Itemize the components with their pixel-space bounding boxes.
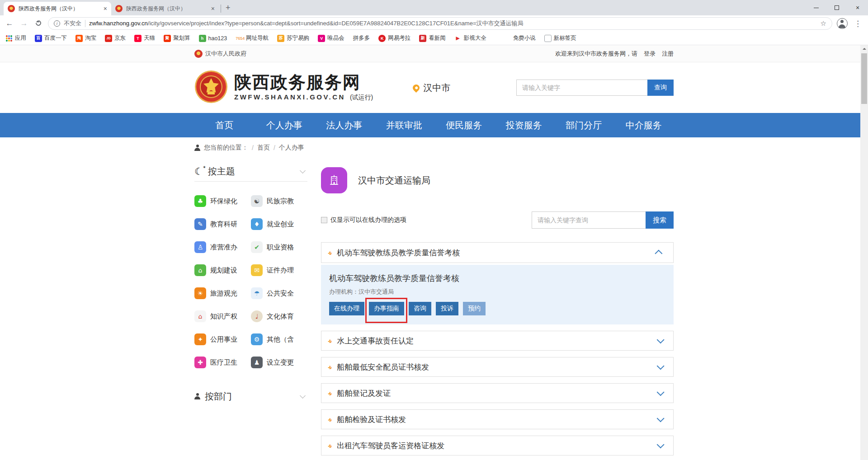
jd-icon: JD	[105, 35, 112, 42]
login-link[interactable]: 登录	[644, 50, 656, 58]
city-selector[interactable]: 汉中市	[413, 82, 450, 94]
profile-avatar-icon[interactable]	[837, 18, 848, 29]
accordion-item[interactable]: » 船舶最低安全配员证书核发	[321, 357, 674, 377]
bookmark-item[interactable]: 免费小说	[513, 34, 536, 42]
consult-button[interactable]: 咨询	[409, 302, 431, 315]
online-handle-button[interactable]: 在线办理	[329, 302, 364, 315]
sidebar-item-establishment[interactable]: ♟设立变更	[251, 357, 307, 368]
site-domain: ZWFW.SHAANXI.GOV.CN	[234, 93, 345, 101]
bookmark-item[interactable]: h hao123	[199, 35, 227, 42]
new-tab-button[interactable]: +	[223, 3, 235, 15]
bookmark-item[interactable]: 拼多多	[353, 34, 370, 42]
accordion-item[interactable]: » 水上交通事故责任认定	[321, 331, 674, 351]
scrollbar-thumb[interactable]	[861, 53, 867, 104]
minimize-button[interactable]	[806, 0, 826, 15]
sidebar-item-ip[interactable]: ⌂知识产权	[194, 310, 251, 322]
window-close-button[interactable]: ×	[847, 0, 868, 15]
bookmark-item[interactable]: 淘 淘宝	[75, 34, 96, 42]
complaint-button[interactable]: 投诉	[436, 302, 458, 315]
url-path: /icity/govservice/project/index?type=per…	[148, 20, 524, 27]
sidebar-item-tourism[interactable]: ☀旅游观光	[194, 287, 251, 299]
gov-portal-link[interactable]: 汉中市人民政府	[205, 50, 246, 58]
tree-icon: ♣	[194, 195, 206, 207]
bookmark-item[interactable]: V 唯品会	[318, 34, 344, 42]
sidebar-item-certificates[interactable]: ✉证件办理	[251, 264, 307, 276]
orange-bullet-icon: »	[327, 416, 335, 423]
newtab-doc-icon	[544, 35, 552, 42]
sidebar-item-permit[interactable]: ♙准营准办	[194, 241, 251, 253]
url-host: zwfw.hanzhong.gov.cn	[89, 20, 148, 27]
suning-icon: 苏	[277, 35, 284, 42]
emblem-favicon	[115, 5, 123, 12]
chevron-down-icon	[300, 393, 306, 399]
bookmark-item[interactable]: K 网易考拉	[378, 34, 410, 42]
sidebar-item-planning[interactable]: ⌂规划建设	[194, 264, 251, 276]
appointment-button[interactable]: 预约	[463, 302, 486, 315]
bookmark-item[interactable]: 7654 网址导航	[236, 34, 269, 42]
scroll-up-arrow[interactable]	[860, 45, 868, 52]
nav-item-convenience[interactable]: 便民服务	[434, 119, 494, 131]
city-name: 汉中市	[423, 82, 450, 94]
main-search-input[interactable]	[532, 211, 646, 229]
nav-item-departments[interactable]: 部门分厅	[554, 119, 614, 131]
sidebar-item-environment[interactable]: ♣环保绿化	[194, 195, 251, 207]
sidebar-item-other[interactable]: ⚙其他（含	[251, 333, 307, 345]
header-search-input[interactable]	[516, 80, 647, 96]
sidebar-item-religion[interactable]: ☯民族宗教	[251, 195, 307, 207]
reload-button[interactable]	[33, 19, 43, 28]
bookmark-item[interactable]: 新 看新闻	[419, 34, 446, 42]
nav-item-investment[interactable]: 投资服务	[494, 119, 554, 131]
accordion-item[interactable]: » 船舶检验及证书核发	[321, 409, 674, 429]
sidebar-item-public-safety[interactable]: ☂公共安全	[251, 287, 307, 299]
chevron-down-icon	[657, 362, 665, 370]
tab-close-icon[interactable]: ×	[104, 5, 107, 12]
accordion-item[interactable]: » 船舶登记及发证	[321, 383, 674, 403]
browser-tab-inactive[interactable]: 陕西政务服务网（汉中） ×	[111, 2, 219, 15]
sidebar-dept-header[interactable]: 按部门	[194, 386, 307, 406]
nav-item-intermediary[interactable]: 中介服务	[614, 119, 674, 131]
bookmark-item[interactable]: ▶ 影视大全	[454, 34, 486, 42]
window-controls: ×	[806, 0, 868, 15]
browser-tab-active[interactable]: 陕西政务服务网（汉中） ×	[4, 2, 111, 15]
bookmark-item[interactable]: JD 京东	[105, 34, 126, 42]
sidebar-item-education[interactable]: ✎教育科研	[194, 218, 251, 230]
bookmark-item[interactable]: 苏 苏宁易购	[277, 34, 309, 42]
breadcrumb-home[interactable]: 首页	[257, 144, 270, 152]
sidebar-item-qualification[interactable]: ✔职业资格	[251, 241, 307, 253]
sidebar-item-medical[interactable]: ✚医疗卫生	[194, 357, 251, 368]
bookmark-item[interactable]: 新标签页	[544, 34, 576, 42]
accordion-header-expanded[interactable]: » 机动车驾驶教练员教学质量信誉考核	[321, 242, 674, 263]
bookmarks-bar: 应用 百 百度一下 淘 淘宝 JD 京东 T 天猫 聚 聚划算 h hao123…	[0, 32, 868, 45]
main-search-button[interactable]: 搜索	[646, 211, 674, 229]
bookmark-item[interactable]: T 天猫	[134, 34, 155, 42]
url-bar[interactable]: i 不安全 zwfw.hanzhong.gov.cn/icity/govserv…	[48, 17, 832, 30]
bookmark-star-icon[interactable]: ☆	[821, 19, 826, 28]
bookmark-item[interactable]: 百 百度一下	[35, 34, 67, 42]
forward-icon[interactable]: →	[19, 19, 29, 28]
maximize-button[interactable]	[826, 0, 847, 15]
sidebar-theme-header[interactable]: ☾✶ 按主题	[194, 162, 307, 182]
bookmark-apps[interactable]: 应用	[5, 34, 26, 42]
sidebar-item-culture-sports[interactable]: ♩文化体育	[251, 310, 307, 322]
register-link[interactable]: 注册	[662, 50, 674, 58]
header-search-button[interactable]: 查询	[647, 80, 674, 96]
info-icon[interactable]: i	[54, 20, 60, 27]
online-only-checkbox[interactable]	[321, 217, 327, 223]
chevron-down-icon	[657, 441, 665, 448]
service-guide-button[interactable]: 办事指南	[369, 302, 404, 315]
browser-menu-icon[interactable]: ⋮	[852, 19, 863, 28]
accordion-item[interactable]: » 出租汽车驾驶员客运资格证核发	[321, 436, 674, 455]
video-play-icon: ▶	[454, 35, 462, 42]
bookmark-item[interactable]: 聚 聚划算	[164, 34, 190, 42]
nav-item-personal[interactable]: 个人办事	[255, 119, 315, 131]
nav-item-joint-approval[interactable]: 并联审批	[374, 119, 434, 131]
safety-people-icon: ☂	[251, 287, 263, 299]
nav-item-legal[interactable]: 法人办事	[314, 119, 374, 131]
checklist-icon: ✔	[251, 241, 263, 253]
page-scrollbar[interactable]	[860, 45, 868, 460]
tab-close-icon[interactable]: ×	[211, 5, 215, 12]
sidebar-item-public-utilities[interactable]: ✦公用事业	[194, 333, 251, 345]
nav-item-home[interactable]: 首页	[194, 119, 255, 131]
sidebar-item-employment[interactable]: ♦就业创业	[251, 218, 307, 230]
back-icon[interactable]: ←	[5, 19, 14, 28]
